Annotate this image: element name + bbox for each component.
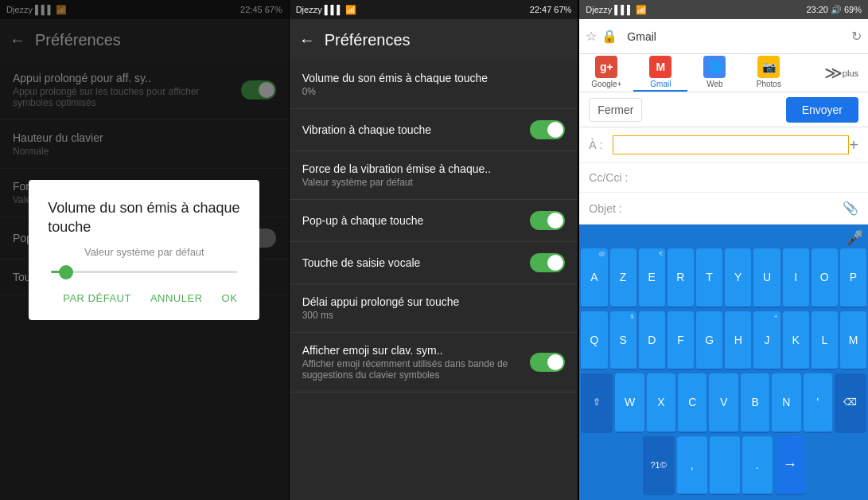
p2-setting-item-2[interactable]: Force de la vibration émise à chaque.. V… bbox=[290, 151, 578, 200]
carrier-2: Djezzy bbox=[296, 5, 322, 14]
key-P[interactable]: P bbox=[840, 248, 866, 308]
p2-setting-item-0[interactable]: Volume du son émis à chaque touche 0% bbox=[290, 61, 578, 109]
cc-input[interactable] bbox=[628, 171, 858, 184]
back-button-2[interactable]: ← bbox=[299, 31, 315, 49]
keyboard-mic-row: 🎤 bbox=[581, 229, 866, 245]
key-F[interactable]: F bbox=[668, 311, 694, 371]
tab-gmail[interactable]: M Gmail bbox=[633, 54, 687, 92]
p2-toggle-4[interactable] bbox=[530, 253, 565, 272]
photos-icon: 📷 bbox=[757, 56, 780, 78]
dialog-box: Volume du son émis à chaque touche Valeu… bbox=[29, 180, 259, 320]
tab-photos[interactable]: 📷 Photos bbox=[741, 54, 796, 92]
web-icon: 🌐 bbox=[703, 56, 726, 78]
p2-setting-item-3[interactable]: Pop-up à chaque touche bbox=[290, 200, 578, 242]
virtual-keyboard: 🎤 @A Z €E R T Y U I O P Q $S D F G H +J … bbox=[579, 225, 868, 500]
tab-google-plus[interactable]: g+ Google+ bbox=[579, 54, 633, 92]
key-L[interactable]: L bbox=[812, 311, 838, 371]
key-space[interactable] bbox=[710, 436, 740, 496]
key-G[interactable]: G bbox=[696, 311, 722, 371]
more-tabs-label: plus bbox=[843, 68, 858, 78]
slider-container[interactable] bbox=[48, 271, 240, 273]
compose-cc-field[interactable]: Cc/Cci : bbox=[579, 163, 868, 193]
dialog-ok-button[interactable]: OK bbox=[219, 289, 241, 307]
key-I[interactable]: I bbox=[783, 248, 809, 308]
key-Y[interactable]: Y bbox=[725, 248, 751, 308]
signal-icon-3: ▌▌▌ bbox=[614, 5, 633, 14]
p2-toggle-3[interactable] bbox=[530, 211, 565, 230]
star-icon[interactable]: ☆ bbox=[586, 29, 597, 44]
key-T[interactable]: T bbox=[696, 248, 722, 308]
key-H[interactable]: H bbox=[725, 311, 751, 371]
panel-2: Djezzy ▌▌▌ 📶 22:47 67% ← Préférences Vol… bbox=[290, 0, 579, 500]
p2-toggle-1[interactable] bbox=[530, 120, 565, 139]
key-comma[interactable]: , bbox=[677, 436, 707, 496]
top-bar-2: ← Préférences bbox=[290, 19, 578, 61]
time-2: 22:47 bbox=[530, 5, 552, 14]
p2-setting-item-5[interactable]: Délai appui prolongé sur touche 300 ms bbox=[290, 284, 578, 333]
key-symbols[interactable]: ?1© bbox=[643, 436, 675, 496]
p2-setting-label-2: Force de la vibration émise à chaque.. bbox=[302, 162, 566, 175]
slider-track bbox=[51, 271, 237, 273]
key-J[interactable]: +J bbox=[753, 311, 780, 371]
key-S[interactable]: $S bbox=[610, 311, 636, 371]
dialog-default-button[interactable]: PAR DÉFAUT bbox=[60, 289, 134, 307]
key-O[interactable]: O bbox=[812, 248, 838, 308]
dialog-overlay: Volume du son émis à chaque touche Valeu… bbox=[0, 0, 289, 500]
key-U[interactable]: U bbox=[753, 248, 780, 308]
key-E[interactable]: €E bbox=[639, 248, 665, 308]
to-input[interactable] bbox=[613, 135, 849, 154]
p2-setting-item-1[interactable]: Vibration à chaque touche bbox=[290, 109, 578, 151]
key-D[interactable]: D bbox=[639, 311, 665, 371]
key-period[interactable]: . bbox=[742, 436, 773, 496]
tab-label-photos: Photos bbox=[757, 80, 781, 88]
key-V[interactable]: V bbox=[709, 373, 738, 433]
key-Z[interactable]: Z bbox=[610, 248, 636, 308]
p2-toggle-6[interactable] bbox=[530, 353, 565, 372]
p2-setting-label-0: Volume du son émis à chaque touche bbox=[302, 72, 566, 84]
dialog-cancel-button[interactable]: ANNULER bbox=[147, 289, 206, 307]
microphone-icon[interactable]: 🎤 bbox=[846, 229, 863, 245]
panel-1: Djezzy ▌▌▌ 📶 22:45 67% ← Préférences App… bbox=[0, 0, 290, 500]
slider-thumb[interactable] bbox=[59, 265, 73, 279]
more-tabs-button[interactable]: ≫ plus bbox=[815, 54, 868, 92]
url-display[interactable]: Gmail bbox=[622, 27, 847, 46]
key-C[interactable]: C bbox=[678, 373, 706, 433]
key-M[interactable]: M bbox=[840, 311, 866, 371]
tab-web[interactable]: 🌐 Web bbox=[687, 54, 741, 92]
wifi-icon-2: 📶 bbox=[345, 5, 356, 15]
keyboard-row-4: ?1© , . → bbox=[581, 436, 866, 496]
fermer-button[interactable]: Fermer bbox=[589, 98, 642, 122]
key-K[interactable]: K bbox=[783, 311, 809, 371]
p2-setting-label-1: Vibration à chaque touche bbox=[302, 123, 531, 136]
tab-label-gmail: Gmail bbox=[650, 80, 671, 88]
cc-label: Cc/Cci : bbox=[589, 171, 628, 184]
p2-setting-item-6[interactable]: Afficher emoji sur clav. sym.. Afficher … bbox=[290, 333, 578, 393]
key-shift[interactable]: ⇧ bbox=[581, 373, 613, 433]
attach-icon[interactable]: 📎 bbox=[843, 201, 858, 216]
google-plus-icon: g+ bbox=[595, 56, 617, 78]
envoyer-button[interactable]: Envoyer bbox=[786, 97, 858, 123]
add-recipient-icon[interactable]: + bbox=[849, 136, 858, 154]
key-X[interactable]: X bbox=[647, 373, 675, 433]
key-B[interactable]: B bbox=[741, 373, 769, 433]
key-N[interactable]: N bbox=[772, 373, 800, 433]
p2-setting-sub-2: Valeur système par défaut bbox=[302, 177, 566, 188]
key-Q[interactable]: Q bbox=[581, 311, 607, 371]
p2-setting-sub-0: 0% bbox=[302, 86, 566, 97]
subject-input[interactable] bbox=[622, 202, 843, 215]
key-W[interactable]: W bbox=[615, 373, 644, 433]
key-backspace[interactable]: ⌫ bbox=[835, 373, 866, 433]
compose-subject-field[interactable]: Objet : 📎 bbox=[579, 193, 868, 225]
status-left-2: Djezzy ▌▌▌ 📶 bbox=[296, 5, 356, 15]
key-A[interactable]: @A bbox=[581, 248, 607, 308]
lock-icon: 🔒 bbox=[601, 29, 617, 44]
key-return[interactable]: → bbox=[775, 436, 805, 496]
p2-setting-item-4[interactable]: Touche de saisie vocale bbox=[290, 242, 578, 284]
p2-setting-label-6: Afficher emoji sur clav. sym.. bbox=[302, 344, 531, 357]
dialog-sub: Valeur système par défaut bbox=[48, 246, 240, 258]
key-R[interactable]: R bbox=[668, 248, 694, 308]
status-bar-3: Djezzy ▌▌▌ 📶 23:20 🔊 69% bbox=[579, 0, 868, 19]
refresh-icon[interactable]: ↻ bbox=[851, 29, 862, 44]
compose-to-field[interactable]: À : + bbox=[579, 127, 868, 163]
key-apostrophe[interactable]: ' bbox=[804, 373, 832, 433]
